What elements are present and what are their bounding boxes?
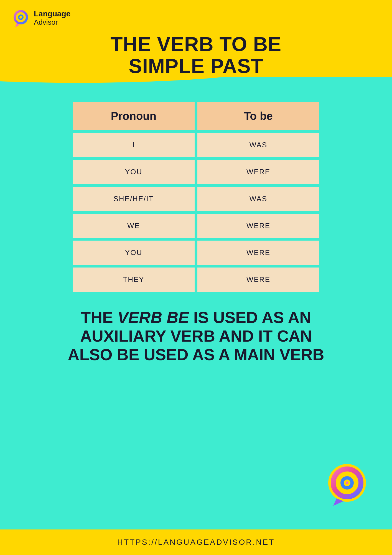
table-row: WEWERE — [73, 214, 319, 238]
bottom-logo — [325, 463, 370, 507]
header-section: Language Advisor THE VERB TO BE SIMPLE P… — [0, 0, 392, 77]
pronoun-cell: YOU — [73, 241, 195, 265]
tobe-cell: WERE — [197, 214, 319, 238]
table-row: YOUWERE — [73, 160, 319, 184]
pronoun-cell: YOU — [73, 160, 195, 184]
svg-point-3 — [19, 16, 22, 19]
pronoun-cell: THEY — [73, 268, 195, 292]
tobe-cell: WERE — [197, 160, 319, 184]
logo-text: Language Advisor — [34, 10, 70, 26]
bottom-description: THE VERB BE IS USED AS AN AUXILIARY VERB… — [57, 308, 335, 364]
tobe-cell: WERE — [197, 241, 319, 265]
svg-point-8 — [346, 481, 348, 484]
pronoun-cell: I — [73, 133, 195, 157]
logo-language: Language — [34, 10, 70, 18]
tobe-cell: WERE — [197, 268, 319, 292]
col-header-pronoun: Pronoun — [73, 102, 195, 130]
main-section: Pronoun To be IWASYOUWERESHE/HE/ITWASWEW… — [0, 77, 392, 529]
footer: HTTPS://LANGUAGEADVISOR.NET — [0, 529, 392, 555]
tobe-cell: WAS — [197, 187, 319, 211]
table-row: IWAS — [73, 133, 319, 157]
page-title: THE VERB TO BE SIMPLE PAST — [111, 33, 282, 77]
verb-table: Pronoun To be IWASYOUWERESHE/HE/ITWASWEW… — [70, 99, 322, 294]
table-row: THEYWERE — [73, 268, 319, 292]
logo-row: Language Advisor — [11, 8, 70, 28]
language-advisor-logo-icon — [11, 8, 30, 28]
logo-advisor: Advisor — [34, 18, 70, 26]
pronoun-cell: SHE/HE/IT — [73, 187, 195, 211]
tobe-cell: WAS — [197, 133, 319, 157]
footer-url: HTTPS://LANGUAGEADVISOR.NET — [117, 538, 275, 546]
col-header-tobe: To be — [197, 102, 319, 130]
pronoun-cell: WE — [73, 214, 195, 238]
table-row: SHE/HE/ITWAS — [73, 187, 319, 211]
table-row: YOUWERE — [73, 241, 319, 265]
